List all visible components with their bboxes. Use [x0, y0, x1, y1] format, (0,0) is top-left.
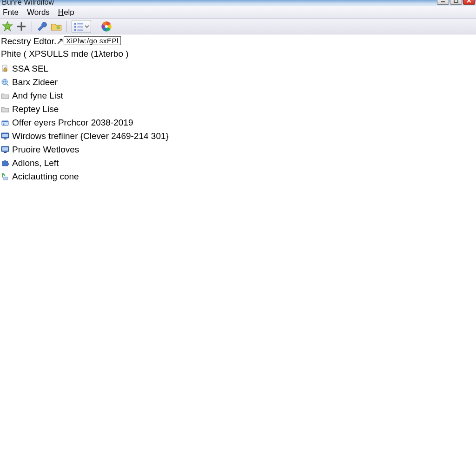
- list-item[interactable]: Pruoire Wetloves: [0, 143, 476, 156]
- puzzle-icon: [1, 159, 9, 167]
- menubar: Fnte Words Help: [0, 7, 476, 19]
- list-item-label: Aciclautting cone: [12, 170, 79, 183]
- item-list: SSA SEL Barx Zideer And fyne List Reptey…: [0, 62, 476, 183]
- monitor-icon: [1, 145, 9, 154]
- window-title: Bunre Wilrdifow: [2, 0, 54, 7]
- svg-rect-8: [74, 29, 76, 31]
- svg-rect-7: [77, 26, 83, 27]
- toolbar-separator-3: [96, 21, 96, 32]
- chevron-down-icon: [84, 24, 90, 29]
- svg-rect-4: [74, 23, 76, 25]
- svg-rect-21: [2, 147, 8, 151]
- view-mode-dropdown[interactable]: [72, 20, 91, 33]
- svg-point-16: [3, 123, 4, 125]
- header-line-2: Phite ( XPSULLS mde (1λterbo ): [0, 48, 476, 60]
- menu-file[interactable]: Fnte: [3, 8, 19, 17]
- maximize-button[interactable]: [450, 0, 462, 5]
- svg-point-10: [105, 25, 108, 28]
- list-view-icon: [73, 21, 84, 32]
- list-item[interactable]: Adlons, Left: [0, 156, 476, 170]
- globe-arrow-icon: [1, 78, 9, 86]
- folder-closed-icon: [1, 105, 9, 113]
- document-lock-icon: [1, 65, 9, 73]
- content-area: Recstry Edtor.↗XiPlw:/go sxEPl Phite ( X…: [0, 34, 476, 183]
- list-item-label: And fyne List: [12, 89, 63, 102]
- close-button[interactable]: [463, 0, 475, 5]
- minimize-button[interactable]: [437, 0, 449, 5]
- wrench-icon[interactable]: [37, 21, 48, 32]
- list-item-label: Reptey Lise: [12, 103, 59, 115]
- list-item[interactable]: Barx Zideer: [0, 75, 476, 89]
- toolbar-separator-1: [32, 21, 32, 32]
- titlebar: Bunre Wilrdifow: [0, 0, 476, 7]
- header-line-1: Recstry Edtor.↗XiPlw:/go sxEPl: [0, 35, 476, 48]
- list-item[interactable]: Reptey Lise: [0, 102, 476, 116]
- setup-box-icon: [1, 119, 9, 127]
- list-item-label: SSA SEL: [12, 62, 48, 75]
- list-item-label: Offer eyers Prchcor 2038-2019: [12, 116, 133, 129]
- svg-rect-22: [4, 152, 7, 153]
- svg-rect-15: [2, 121, 8, 122]
- toolbar-separator-2: [66, 21, 67, 32]
- window-buttons: [437, 0, 475, 5]
- list-item[interactable]: SSA SEL: [0, 62, 476, 75]
- menu-help[interactable]: Help: [58, 8, 74, 17]
- list-item[interactable]: Wirdows trefiiner {Clever 2469-214 301}: [0, 129, 476, 143]
- svg-rect-23: [4, 177, 7, 180]
- svg-rect-12: [4, 69, 7, 71]
- menu-help-underline: H: [58, 8, 64, 17]
- menu-words[interactable]: Words: [27, 8, 50, 17]
- folder-closed-icon: [1, 92, 9, 100]
- header-arrow-icon: ↗: [56, 36, 64, 46]
- header-path-box: XiPlw:/go sxEPl: [64, 36, 121, 45]
- toolbar: [0, 19, 476, 34]
- header-registry-label: Recstry Edtor.: [1, 36, 56, 46]
- list-item-label: Wirdows trefiiner {Clever 2469-214 301}: [12, 130, 169, 142]
- svg-rect-1: [454, 0, 458, 2]
- svg-rect-18: [2, 134, 8, 137]
- list-item[interactable]: Offer eyers Prchcor 2038-2019: [0, 116, 476, 129]
- star-add-icon[interactable]: [2, 21, 13, 32]
- list-item[interactable]: And fyne List: [0, 89, 476, 102]
- deploy-arrow-icon: [1, 172, 9, 181]
- svg-point-3: [57, 26, 60, 29]
- plus-icon[interactable]: [16, 21, 27, 32]
- list-item-label: Pruoire Wetloves: [12, 143, 79, 156]
- monitor-icon: [1, 132, 9, 140]
- list-item[interactable]: Aciclautting cone: [0, 170, 476, 183]
- list-item-label: Barx Zideer: [12, 76, 58, 88]
- svg-marker-2: [2, 21, 12, 31]
- svg-rect-5: [77, 23, 83, 24]
- folder-gear-icon[interactable]: [51, 21, 62, 32]
- color-wheel-icon[interactable]: [101, 21, 112, 32]
- list-item-label: Adlons, Left: [12, 157, 59, 169]
- svg-rect-6: [74, 26, 76, 27]
- svg-rect-19: [4, 139, 7, 139]
- svg-rect-9: [77, 29, 83, 30]
- svg-rect-0: [441, 1, 445, 2]
